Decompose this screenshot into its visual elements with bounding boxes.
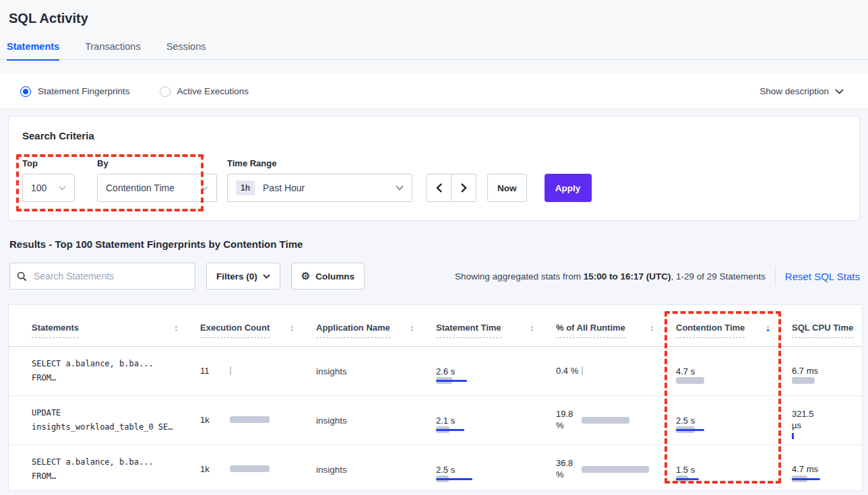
contention-time-cell: 2.5 s xyxy=(676,416,792,426)
view-mode-bar: Statement Fingerprints Active Executions… xyxy=(0,74,868,109)
show-description-toggle[interactable]: Show description xyxy=(760,86,844,96)
column-header-statements[interactable]: Statements ▲▼ xyxy=(32,323,200,346)
top-label: Top xyxy=(22,158,75,168)
sql-cpu-time-cell: 321.5 µs xyxy=(792,409,862,432)
time-range-badge: 1h xyxy=(236,180,255,195)
toolbar-divider xyxy=(775,266,776,286)
time-nav-group xyxy=(426,174,476,202)
search-statements-input[interactable] xyxy=(32,270,188,282)
filters-button[interactable]: Filters (0) xyxy=(206,263,280,290)
tab-bar: Statements Transactions Sessions xyxy=(7,41,206,60)
execution-count-cell: 11 xyxy=(200,366,316,377)
by-label: By xyxy=(97,158,217,168)
aggregated-stats-text: Showing aggregated stats from 15:00 to 1… xyxy=(455,271,766,282)
results-toolbar: Filters (0) ⚙ Columns Showing aggregated… xyxy=(9,263,860,290)
sort-icons-active-desc: ▲▼ xyxy=(766,325,770,338)
page-title: SQL Activity xyxy=(0,0,868,26)
statement-time-cell: 2.1 s xyxy=(436,416,556,426)
columns-button[interactable]: ⚙ Columns xyxy=(291,263,365,290)
search-criteria-panel: Search Criteria Top 100 By Contention Ti… xyxy=(8,116,860,221)
time-range-select[interactable]: 1h Past Hour xyxy=(227,174,412,202)
execution-count-cell: 1k xyxy=(200,464,316,475)
contention-time-cell: 4.7 s xyxy=(676,366,792,376)
column-header-application-name[interactable]: Application Name ▲▼ xyxy=(316,323,436,346)
time-range-label: Time Range xyxy=(227,158,412,168)
chevron-left-icon xyxy=(436,183,442,193)
sort-icons: ▲▼ xyxy=(650,325,654,338)
chevron-down-icon xyxy=(396,185,404,191)
bar-chart xyxy=(582,366,676,375)
by-select[interactable]: Contention Time xyxy=(97,174,217,202)
time-prev-button[interactable] xyxy=(426,174,452,202)
contention-time-cell: 1.5 s xyxy=(676,465,792,475)
chevron-down-icon xyxy=(835,89,844,94)
radio-statement-fingerprints[interactable]: Statement Fingerprints xyxy=(20,86,130,97)
statement-time-cell: 2.6 s xyxy=(436,366,556,376)
chevron-right-icon xyxy=(461,183,467,193)
sort-icons: ▲▼ xyxy=(530,325,534,338)
application-name-cell: insights xyxy=(316,366,436,376)
time-next-button[interactable] xyxy=(451,174,476,202)
radio-selected-icon xyxy=(20,86,31,97)
bar-chart xyxy=(230,416,316,424)
runtime-pct-cell: 19.8 % xyxy=(556,409,676,432)
radio-unselected-icon xyxy=(160,86,170,97)
top-select[interactable]: 100 xyxy=(22,174,75,202)
execution-count-cell: 1k xyxy=(200,415,316,426)
search-icon xyxy=(17,271,27,282)
column-header-sql-cpu-time[interactable]: SQL CPU Time xyxy=(792,323,862,346)
table-header-row: Statements ▲▼ Execution Count ▲▼ Applica… xyxy=(9,305,862,347)
statement-link[interactable]: SELECT a.balance, b.ba... FROM… xyxy=(32,357,200,385)
sort-icons: ▲▼ xyxy=(290,325,294,338)
statement-time-cell: 2.5 s xyxy=(436,465,556,475)
sql-cpu-time-cell: 6.7 ms xyxy=(792,366,862,377)
bar-chart xyxy=(230,465,316,473)
bar-chart xyxy=(230,366,316,375)
statement-link[interactable]: SELECT a.balance, b.ba... FROM… xyxy=(32,455,200,484)
chevron-down-icon xyxy=(201,186,208,191)
reset-sql-stats-link[interactable]: Reset SQL Stats xyxy=(785,271,860,282)
chevron-down-icon xyxy=(263,274,270,279)
statements-table: Statements ▲▼ Execution Count ▲▼ Applica… xyxy=(8,304,863,491)
gear-icon: ⚙ xyxy=(301,270,310,282)
table-row[interactable]: SELECT a.balance, b.ba... FROM… 1k insig… xyxy=(9,445,862,491)
table-row[interactable]: UPDATE insights_workload_table_0 SE… 1k … xyxy=(9,396,862,445)
tab-sessions[interactable]: Sessions xyxy=(166,41,206,60)
runtime-pct-cell: 0.4 % xyxy=(556,366,676,377)
bar-chart xyxy=(582,416,676,425)
search-statements-box[interactable] xyxy=(9,263,195,290)
radio-active-executions[interactable]: Active Executions xyxy=(160,86,249,97)
now-button[interactable]: Now xyxy=(487,174,527,202)
apply-button[interactable]: Apply xyxy=(545,174,592,202)
runtime-pct-cell: 36.8 % xyxy=(556,458,676,481)
sort-icons: ▲▼ xyxy=(174,325,179,338)
column-header-execution-count[interactable]: Execution Count ▲▼ xyxy=(200,323,316,346)
application-name-cell: insights xyxy=(316,465,436,475)
statement-link[interactable]: UPDATE insights_workload_table_0 SE… xyxy=(32,406,200,434)
results-heading: Results - Top 100 Statement Fingerprints… xyxy=(9,238,868,250)
column-header-contention-time[interactable]: Contention Time ▲▼ xyxy=(676,323,792,346)
table-row[interactable]: SELECT a.balance, b.ba... FROM… 11 insig… xyxy=(9,347,862,396)
application-name-cell: insights xyxy=(316,416,436,426)
bar-chart xyxy=(582,465,676,474)
chevron-down-icon xyxy=(59,186,66,191)
sql-cpu-time-cell: 4.7 ms xyxy=(792,464,862,475)
tab-statements[interactable]: Statements xyxy=(7,41,59,61)
column-header-runtime-pct[interactable]: % of All Runtime ▲▼ xyxy=(556,323,676,346)
sort-icons: ▲▼ xyxy=(410,325,414,338)
tab-transactions[interactable]: Transactions xyxy=(85,41,140,60)
search-criteria-heading: Search Criteria xyxy=(22,130,846,141)
page-header: SQL Activity Statements Transactions Ses… xyxy=(0,0,868,74)
column-header-statement-time[interactable]: Statement Time ▲▼ xyxy=(436,323,556,346)
